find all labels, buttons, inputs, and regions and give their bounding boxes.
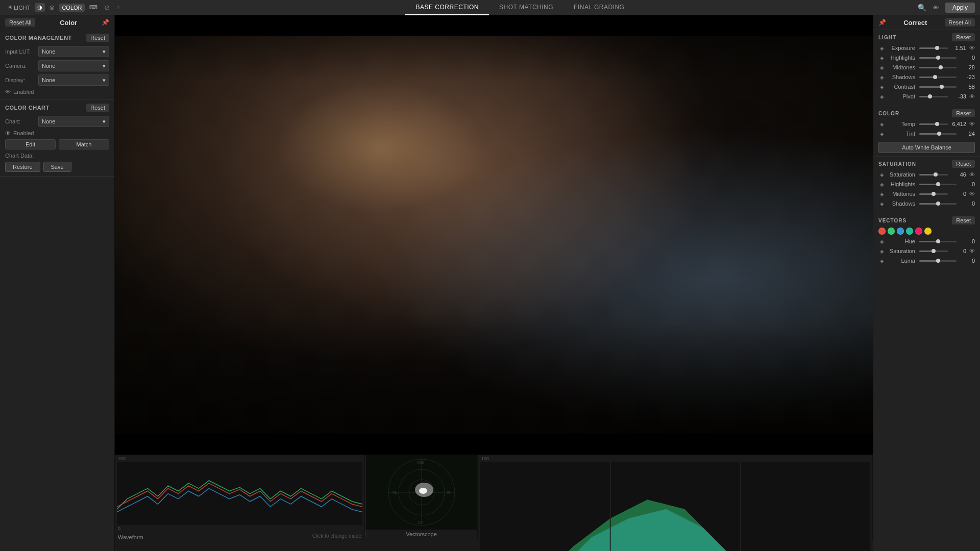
contrast-slider-row: ◈ Contrast 58 (878, 83, 975, 90)
sat-shadows-slider[interactable] (919, 203, 957, 205)
sat-shadows-thumb[interactable] (936, 202, 940, 206)
left-reset-all-button[interactable]: Reset All (5, 18, 35, 27)
luma-slider[interactable] (919, 260, 957, 262)
dot-green[interactable] (888, 228, 895, 235)
chart-data-label: Chart Data: (5, 153, 34, 159)
auto-white-balance-button[interactable]: Auto White Balance (878, 142, 975, 153)
vec-sat-eye-icon[interactable]: 👁 (969, 248, 975, 254)
sat-highlights-slider[interactable] (919, 184, 957, 185)
saturation-section: SATURATION Reset ◈ Saturation 46 👁 ◈ Hig… (873, 157, 980, 213)
pivot-eye-icon[interactable]: 👁 (969, 93, 975, 99)
sun-adjust-btn[interactable]: ◑ (35, 3, 45, 12)
clock-icon: ◷ (105, 4, 110, 11)
hue-value: 0 (959, 238, 975, 244)
pivot-thumb[interactable] (928, 94, 932, 98)
shadows-thumb[interactable] (933, 75, 937, 79)
exposure-thumb[interactable] (935, 46, 939, 50)
vectorscope-svg: MG CY YL R (381, 457, 462, 528)
light-reset-button[interactable]: Reset (952, 33, 975, 41)
temp-thumb[interactable] (935, 122, 939, 126)
cc-eye-icon[interactable]: 👁 (5, 130, 11, 136)
camera-value: None (42, 63, 55, 69)
key-btn[interactable]: ⌨ (87, 3, 100, 12)
menu-btn[interactable]: ≡ (114, 4, 122, 12)
tab-shot-matching[interactable]: SHOT MATCHING (489, 0, 564, 15)
color-management-reset[interactable]: Reset (86, 34, 109, 42)
luma-thumb[interactable] (936, 259, 940, 263)
exposure-eye-icon[interactable]: 👁 (969, 45, 975, 51)
camera-select[interactable]: None ▾ (38, 60, 109, 71)
pivot-slider[interactable] (919, 96, 948, 97)
exposure-slider[interactable] (919, 47, 948, 49)
chevron-down-icon2: ▾ (103, 63, 106, 69)
color-reset-button[interactable]: Reset (952, 109, 975, 117)
svg-text:MG: MG (417, 460, 424, 465)
saturation-thumb[interactable] (934, 172, 938, 177)
scopes-area: 100 0 Wavefor (115, 455, 873, 539)
center-area: 100 0 Wavefor (115, 15, 873, 551)
right-panel-title: Correct (903, 19, 927, 27)
rp-reset-all-button[interactable]: Reset All (945, 18, 975, 27)
temp-slider[interactable] (919, 123, 948, 125)
restore-button[interactable]: Restore (5, 162, 40, 172)
dot-magenta[interactable] (915, 228, 922, 235)
display-select[interactable]: None ▾ (38, 74, 109, 86)
exposure-slider-row: ◈ Exposure 1.51 👁 (878, 44, 975, 52)
cm-eye-icon[interactable]: 👁 (5, 89, 11, 95)
luma-fill (919, 260, 938, 262)
sat-midtones-thumb[interactable] (932, 192, 936, 196)
eye-preview-btn[interactable]: 👁 (930, 4, 941, 12)
midtones-slider[interactable] (919, 67, 957, 68)
contrast-slider[interactable] (919, 86, 957, 88)
saturation-reset-button[interactable]: Reset (952, 160, 975, 168)
chevron-down-icon4: ▾ (103, 118, 106, 125)
saturation-eye-icon[interactable]: 👁 (969, 171, 975, 178)
right-panel: 📌 Correct Reset All LIGHT Reset ◈ Exposu… (873, 15, 980, 551)
input-lut-select[interactable]: None ▾ (38, 46, 109, 57)
svg-point-11 (419, 488, 427, 494)
vectors-reset-button[interactable]: Reset (952, 216, 975, 224)
search-button[interactable]: 🔍 (918, 4, 926, 12)
clock-btn[interactable]: ◷ (102, 3, 112, 12)
dot-red[interactable] (878, 228, 886, 235)
apply-button[interactable]: Apply (945, 3, 975, 13)
circle-btn[interactable]: ◎ (47, 3, 57, 12)
sat-midtones-eye-icon[interactable]: 👁 (969, 191, 975, 197)
tab-base-correction[interactable]: BASE CORRECTION (405, 0, 489, 15)
toolbar-left: ☀ LIGHT ◑ ◎ COLOR ⌨ ◷ ≡ (0, 3, 128, 12)
light-tool-btn[interactable]: ☀ LIGHT (5, 3, 33, 12)
tab-final-grading[interactable]: FINAL GRADING (564, 0, 634, 15)
highlights-slider[interactable] (919, 57, 957, 59)
vec-sat-label: Saturation (888, 248, 917, 254)
shadows-slider[interactable] (919, 77, 957, 78)
midtones-thumb[interactable] (939, 65, 943, 69)
tint-thumb[interactable] (937, 132, 941, 136)
hue-thumb[interactable] (936, 239, 940, 243)
saturation-slider[interactable] (919, 174, 948, 176)
color-tool-btn[interactable]: COLOR (59, 4, 84, 12)
highlights-slider-row: ◈ Highlights 0 (878, 54, 975, 61)
tint-slider[interactable] (919, 133, 957, 135)
vec-sat-thumb[interactable] (932, 249, 936, 253)
left-panel: Reset All Color 📌 COLOR MANAGEMENT Reset… (0, 15, 115, 551)
save-button[interactable]: Save (43, 162, 71, 172)
saturation-section-title: SATURATION (878, 161, 916, 167)
highlights-thumb[interactable] (936, 56, 940, 60)
color-chart-reset[interactable]: Reset (86, 104, 109, 112)
dot-yellow[interactable] (924, 228, 932, 235)
dot-blue[interactable] (897, 228, 904, 235)
match-button[interactable]: Match (59, 139, 109, 149)
vec-sat-slider[interactable] (919, 251, 948, 252)
light-section-title: LIGHT (878, 35, 896, 40)
hue-slider[interactable] (919, 241, 957, 242)
chart-select[interactable]: None ▾ (38, 116, 109, 127)
shadows-value: -23 (959, 74, 975, 80)
temp-eye-icon[interactable]: 👁 (969, 121, 975, 127)
sat-midtones-slider[interactable] (919, 193, 948, 195)
contrast-label: Contrast (888, 84, 917, 90)
sat-highlights-value: 0 (959, 181, 975, 187)
dot-cyan[interactable] (906, 228, 913, 235)
edit-button[interactable]: Edit (5, 139, 56, 149)
sat-highlights-thumb[interactable] (936, 182, 940, 186)
contrast-thumb[interactable] (940, 85, 944, 89)
